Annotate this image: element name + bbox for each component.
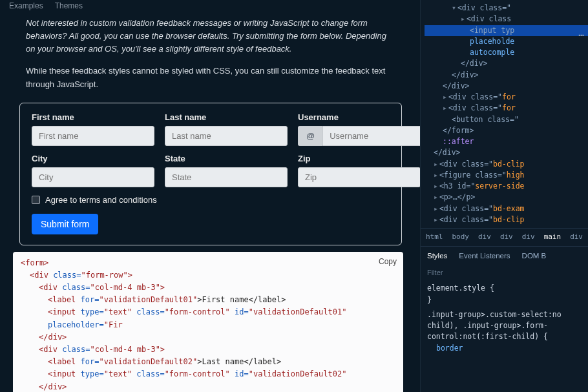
- copy-button[interactable]: Copy: [379, 256, 397, 268]
- code-sample: Copy <form> <div class="form-row"> <div …: [13, 252, 403, 392]
- zip-label: Zip: [298, 154, 421, 163]
- terms-label: Agree to terms and conditions: [45, 195, 157, 205]
- dom-tree[interactable]: ▾<div class=" ▸<div class <input typ pla…: [421, 0, 588, 228]
- devtools-pane: ⋯ ▾<div class=" ▸<div class <input typ p…: [420, 0, 588, 392]
- first-name-label: First name: [32, 112, 154, 122]
- intro-paragraph-1: Not interested in custom validation feed…: [0, 14, 420, 62]
- submit-button[interactable]: Submit form: [32, 214, 98, 234]
- username-prefix: @: [298, 126, 322, 146]
- demo-form: First name Last name Username @ City: [19, 103, 402, 245]
- last-name-input[interactable]: [165, 126, 288, 146]
- tab-dom-breakpoints[interactable]: DOM B: [522, 251, 547, 262]
- breadcrumb[interactable]: htmlbodydivdivdivmaindiv: [421, 228, 588, 246]
- zip-input[interactable]: [298, 167, 421, 187]
- more-icon[interactable]: ⋯: [579, 28, 584, 42]
- state-input[interactable]: [165, 167, 288, 187]
- css-rules: element.style { } .input-group>.custom-s…: [421, 282, 588, 355]
- last-name-label: Last name: [165, 112, 288, 122]
- terms-checkbox[interactable]: [32, 196, 40, 204]
- nav-examples[interactable]: Examples: [9, 1, 43, 10]
- intro-paragraph-2: While these feedback styles cannot be st…: [0, 62, 420, 97]
- selected-dom-node[interactable]: <input typ: [425, 25, 588, 36]
- tab-event-listeners[interactable]: Event Listeners: [459, 251, 510, 262]
- top-nav: Examples Themes: [0, 0, 420, 14]
- city-label: City: [32, 154, 154, 163]
- state-label: State: [165, 154, 288, 163]
- first-name-input[interactable]: [32, 126, 154, 146]
- styles-filter[interactable]: Filter: [421, 265, 588, 282]
- styles-tabs[interactable]: Styles Event Listeners DOM B: [421, 246, 588, 265]
- city-input[interactable]: [32, 167, 154, 187]
- tab-styles[interactable]: Styles: [427, 251, 447, 262]
- documentation-pane: Examples Themes Not interested in custom…: [0, 0, 420, 392]
- nav-themes[interactable]: Themes: [55, 1, 83, 10]
